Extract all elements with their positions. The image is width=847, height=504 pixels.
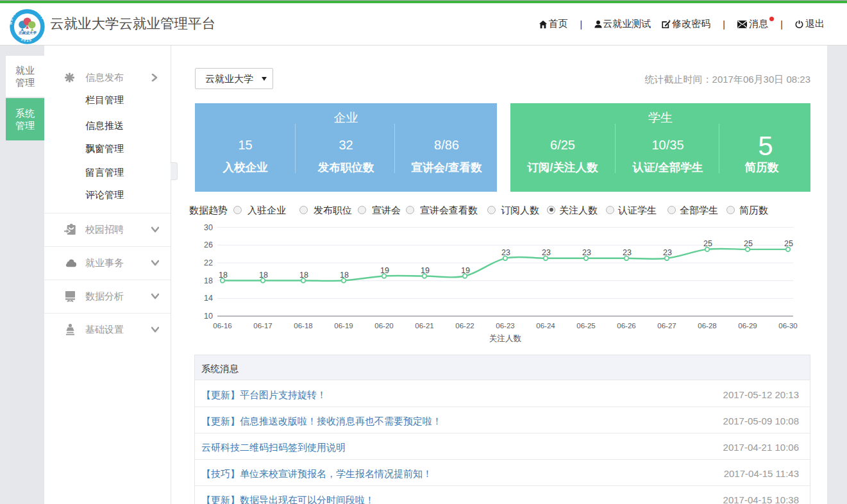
svg-text:18: 18 [340, 271, 349, 280]
svg-text:22: 22 [204, 258, 213, 267]
svg-text:06-29: 06-29 [738, 322, 757, 330]
svg-text:19: 19 [380, 266, 389, 275]
svg-text:18: 18 [259, 271, 268, 280]
svg-text:23: 23 [663, 248, 672, 257]
svg-text:19: 19 [461, 266, 470, 275]
svg-text:06-21: 06-21 [415, 322, 433, 330]
svg-text:14: 14 [204, 294, 213, 303]
svg-text:18: 18 [204, 276, 213, 285]
svg-text:关注人数: 关注人数 [489, 334, 522, 343]
svg-text:06-28: 06-28 [698, 322, 716, 330]
svg-text:06-26: 06-26 [617, 322, 635, 330]
svg-text:06-27: 06-27 [657, 322, 676, 330]
svg-text:23: 23 [501, 248, 510, 257]
svg-text:06-19: 06-19 [334, 322, 353, 330]
svg-text:23: 23 [542, 248, 551, 257]
svg-text:25: 25 [703, 239, 712, 248]
svg-text:30: 30 [204, 223, 213, 232]
svg-text:06-24: 06-24 [536, 322, 555, 330]
svg-text:23: 23 [623, 248, 632, 257]
svg-text:06-22: 06-22 [455, 322, 474, 330]
svg-text:06-20: 06-20 [374, 322, 393, 330]
svg-text:25: 25 [744, 239, 753, 248]
svg-text:18: 18 [219, 271, 228, 280]
svg-text:18: 18 [299, 271, 308, 280]
svg-text:10: 10 [204, 312, 213, 321]
svg-text:06-23: 06-23 [496, 322, 514, 330]
svg-text:19: 19 [421, 266, 430, 275]
svg-text:25: 25 [784, 239, 793, 248]
svg-text:06-18: 06-18 [294, 322, 312, 330]
svg-text:06-16: 06-16 [213, 322, 231, 330]
svg-text:23: 23 [582, 248, 591, 257]
svg-text:06-25: 06-25 [576, 322, 595, 330]
svg-text:06-17: 06-17 [253, 322, 272, 330]
svg-text:06-30: 06-30 [778, 322, 797, 330]
svg-text:26: 26 [204, 240, 213, 249]
